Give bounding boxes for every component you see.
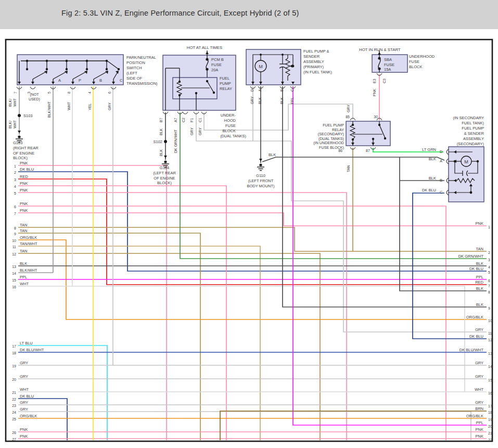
wire-label-right-10: ORG/BLK [466,315,483,319]
fuse-block-pin-label: C1 [198,118,202,122]
wire-number-left-27: 27 [12,438,16,441]
secondary-relay-label: FUSE BLOCK) [319,145,344,150]
junction-dot [384,137,386,139]
sba-pin-label: E3 [373,79,376,83]
primary-pin-letter: C [290,89,294,92]
dual-tanks-label: (DUAL TANKS) [220,134,246,138]
wire-label-left-16: WHT [20,281,29,286]
wire-number-right-11: 11 [488,331,492,335]
wire-label-left-20: GRY [20,374,28,379]
junction-dot [18,114,21,117]
wire-label-left-9: TAN [20,228,27,233]
secondary-pin-letter: C [440,190,443,195]
switch-pin-number: 7 [14,92,17,94]
wire-label-right-9: BLK [476,302,483,307]
ground-label-g110: G110 [256,173,265,178]
wire-number-left-8: 8 [14,226,16,230]
wire-label-right-20: PPL [476,420,483,425]
wire-number-left-2: 2 [14,171,16,174]
wire-label: BLK [258,97,262,104]
wire-label-right-15: GRY [475,374,483,379]
wire-label-left-6: PNK [20,201,28,206]
ground-label-g104: OF ENGINE [154,176,175,181]
wire-number-left-18: 18 [12,351,16,355]
wire-label-left-3: RED [20,174,28,179]
switch-pin-number: 6 [108,92,111,94]
switch-pin-letter: C [120,78,123,83]
wire-number-right-19: 19 [488,418,492,421]
secondary-pump-label: FUEL TANK) [462,121,484,125]
secondary-pump-label: & SENDER [464,131,484,136]
junction-dot [66,68,68,70]
ground-label-g103: G103 [13,140,22,145]
wire-number-left-11: 11 [12,245,16,249]
wire-label-right-22: PNK [476,434,483,439]
wire-number-left-13: 13 [12,265,16,268]
wire-label-right-18: BRN [475,406,483,411]
wire-number-right-14: 14 [488,365,492,368]
wire-label-left-4: PNK [20,181,28,186]
sba-fuse-label: 15A [384,67,391,72]
wire-label-left-10: ORG/BLK [20,235,37,240]
wire-label-right-19: ORG/BLK [466,414,483,418]
secondary-pin-letter: D [440,149,443,154]
wire-label-left-18: DK BLU/WHT [20,348,44,352]
wire-label: DK BLU [422,188,436,193]
junction-dot [26,60,28,62]
wire-number-right-12: 12 [488,338,492,342]
wire-label-right-17: GRY [475,400,483,405]
wire-label-left-2: DK BLU [20,167,34,172]
switch-pin-letter: B [99,78,102,83]
motor-letter: M [259,64,263,69]
ground-label-g104: BLOCK) [157,181,172,185]
wire-number-right-10: 10 [488,319,492,323]
junction-dot [282,54,284,56]
wire-label-left-8: TAN [20,223,27,227]
wire-number-left-22: 22 [12,398,16,401]
wire-label: GRY [198,127,202,135]
switch-label: TRANSMISSION) [126,81,158,86]
switch-label: PARK/NEUTRAL [126,55,156,60]
wire-number-left-17: 17 [12,344,16,348]
secondary-pin-letter: B [440,178,442,183]
wire-number-left-7: 7 [14,212,16,215]
wire-number-right-8: 8 [488,290,490,294]
wire-label-left-12: TAN [20,249,27,253]
sba-pin-label: C3 [382,79,386,83]
ground-label-g110: (LEFT FRONT [248,178,274,183]
wire-label: BLK/ [8,99,12,107]
pcm-fuse-label: FUSE [211,62,222,67]
wire-label-right-1: PNK [476,221,483,226]
ground-label-g103: (RIGHT REAR [13,146,39,150]
wire-label-right-16: WHT [475,387,483,392]
wire-number-right-15: 15 [488,378,492,382]
relay-pin-30: 30 [374,115,378,119]
wire-number-left-9: 9 [14,232,16,236]
wire-label-right-11: GRY [475,327,483,332]
not-used-label: (NOT [30,93,39,97]
junction-dot [46,60,48,62]
wire-label-left-23: GRY [20,400,28,405]
secondary-pump-label: (IN SECONDARY [453,116,484,120]
wire-number-right-2: 2 [488,251,490,254]
hot-in-run-start-label: HOT IN RUN & START [359,47,401,52]
wire-label: BLK [269,152,276,157]
wire-number-right-18: 18 [488,411,492,414]
wire-number-left-6: 6 [14,205,16,209]
wire-label: GRY [347,105,350,112]
wire-label-left-14: BLK/WHT [20,268,37,273]
wire-label-right-5: DK BLU [469,266,483,271]
junction-dot [86,68,88,70]
wire-label-right-13: DK BLU/WHT [459,348,484,352]
primary-pump-label: FUEL PUMP & [303,49,329,54]
wire-number-right-4: 4 [488,265,490,269]
splice-label-s103: S103 [23,113,33,118]
wire-label: GRY [190,127,194,135]
wire-label-right-8: BLK [476,286,483,291]
wiring-diagram: PNK1DK BLU2RED3PNK4PNK5PNK6PNK7TAN8TAN9O… [0,0,498,448]
fuse-block-pin-label: C2 [182,118,185,122]
wire-label-right-21: PNK [476,427,483,432]
fuel-pump-relay-label: FUEL [220,76,229,81]
sba-fuse-label: FUSE [384,62,394,67]
wire-number-right-9: 9 [488,306,490,310]
